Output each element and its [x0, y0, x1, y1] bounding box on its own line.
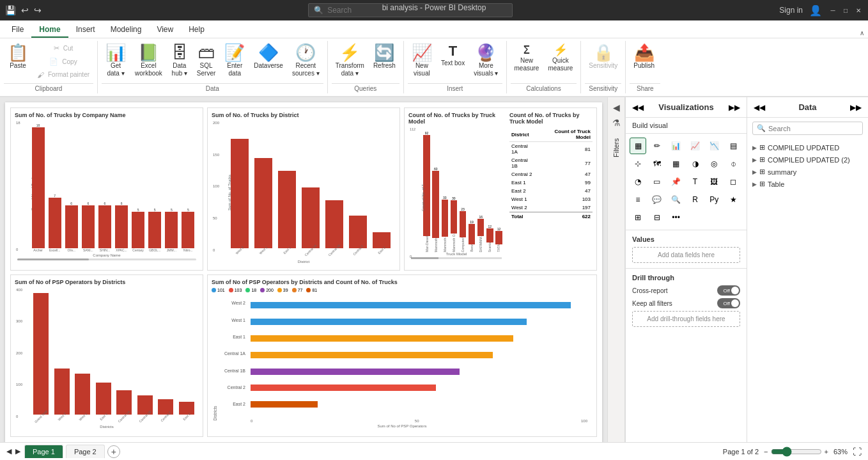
viz-icon-bar[interactable]: 📊 [668, 138, 685, 154]
viz-icon-map[interactable]: 🗺 [649, 155, 665, 172]
viz-icon-text[interactable]: T [687, 173, 704, 190]
viz-icon-treemap[interactable]: ▦ [668, 155, 685, 172]
data-hub-button[interactable]: 🗄 Datahub ▾ [167, 42, 192, 79]
more-visuals-button[interactable]: 🔮 Morevisuals ▾ [470, 42, 502, 79]
chart-truck-model-table[interactable]: Count of No. of Trucks by Truck Model Co… [404, 107, 597, 271]
viz-icon-custom2[interactable]: ⊟ [649, 209, 665, 226]
paste-button[interactable]: 📋 Paste [4, 42, 32, 72]
tree-item-compiled-updated[interactable]: ▶ ⊞ COMPILED UPDATED [747, 141, 868, 154]
new-measure-button[interactable]: Ʃ Newmeasure [511, 42, 543, 74]
viz-icon-scatter[interactable]: ⊹ [630, 155, 646, 172]
ribbon-group-clipboard: 📋 Paste ✂Cut 📄Copy 🖌Format painter Clipb… [0, 41, 98, 93]
chart1-x-label: Company Name [15, 253, 199, 257]
page-nav-next[interactable]: ▶ [15, 447, 20, 456]
minimize-button[interactable]: ─ [828, 6, 837, 15]
viz-icon-gauge[interactable]: ◔ [630, 173, 646, 190]
cross-report-toggle[interactable]: Off [717, 285, 740, 296]
redo-icon[interactable]: ↪ [34, 5, 42, 15]
refresh-button[interactable]: 🔄 Refresh [369, 42, 399, 72]
viz-icon-table[interactable]: ▦ [630, 138, 646, 154]
viz-panel-left-arrow[interactable]: ◀◀ [632, 103, 644, 112]
viz-icon-pencil[interactable]: ✏ [649, 138, 665, 154]
zoom-slider[interactable] [771, 447, 822, 457]
text-box-button[interactable]: T Text box [437, 42, 469, 69]
ribbon-tabs: File Home Insert Modeling View Help ∧ [0, 20, 868, 38]
tab-home[interactable]: Home [31, 22, 68, 38]
viz-icon-card[interactable]: ▭ [649, 173, 665, 190]
ribbon-collapse-btn[interactable]: ∧ [860, 29, 864, 36]
filters-funnel-icon: ⚗ [612, 118, 621, 128]
data-panel-right-arrow[interactable]: ▶▶ [850, 103, 862, 112]
viz-icon-donut[interactable]: ◎ [706, 155, 722, 172]
data-search-bar[interactable]: 🔍 [752, 122, 863, 135]
viz-icon-more[interactable]: ••• [668, 209, 685, 226]
add-data-fields-box[interactable]: Add data fields here [632, 247, 740, 263]
viz-icon-custom1[interactable]: ⊞ [630, 209, 646, 226]
data-search-input[interactable] [768, 125, 858, 132]
page-tab-1[interactable]: Page 1 [24, 445, 63, 458]
save-icon[interactable]: 💾 [5, 5, 16, 15]
quick-measure-button[interactable]: ⚡ Quickmeasure [544, 42, 577, 74]
transform-data-button[interactable]: ⚡ Transformdata ▾ [332, 42, 368, 79]
enter-data-button[interactable]: 📝 Enterdata [221, 42, 249, 79]
viz-icon-slicer[interactable]: ≡ [630, 191, 646, 208]
viz-icon-shape[interactable]: ◻ [725, 173, 741, 190]
copy-button[interactable]: 📄Copy [33, 56, 93, 68]
new-visual-button[interactable]: 📈 Newvisual [408, 42, 436, 79]
page-tab-2[interactable]: Page 2 [66, 445, 105, 458]
chart-trucks-by-district[interactable]: Sum of No. of Trucks by District Sum of … [207, 107, 400, 271]
tab-help[interactable]: Help [181, 22, 212, 38]
tree-item-summary[interactable]: ▶ ⊞ summary [747, 166, 868, 178]
viz-icon-decomp[interactable]: 🔍 [668, 191, 685, 208]
maximize-button[interactable]: □ [841, 6, 850, 15]
user-avatar[interactable]: 👤 [809, 4, 822, 17]
bar-archer: 18 Archer [30, 123, 46, 252]
tab-view[interactable]: View [149, 22, 181, 38]
viz-icon-line[interactable]: 📈 [687, 138, 704, 154]
tree-item-table[interactable]: ▶ ⊞ Table [747, 178, 868, 190]
tab-insert[interactable]: Insert [68, 22, 103, 38]
tree-item-compiled-updated-2[interactable]: ▶ ⊞ COMPILED UPDATED (2) [747, 154, 868, 166]
publish-button[interactable]: 📤 Publish [630, 42, 658, 72]
filters-nav-back[interactable]: ◀ [613, 102, 620, 113]
zoom-plus-icon[interactable]: + [825, 448, 828, 456]
zoom-minus-icon[interactable]: − [764, 448, 768, 456]
get-data-button[interactable]: 📊 Getdata ▾ [102, 42, 130, 79]
close-button[interactable]: ✕ [854, 6, 863, 15]
excel-workbook-button[interactable]: 📗 Excelworkbook [131, 42, 166, 79]
title-search-bar[interactable]: 🔍 [308, 3, 513, 17]
viz-icon-area[interactable]: 📉 [706, 138, 722, 154]
viz-icon-qna[interactable]: 💬 [649, 191, 665, 208]
viz-icon-stacked[interactable]: ▤ [725, 138, 741, 154]
format-painter-button[interactable]: 🖌Format painter [33, 69, 93, 81]
chart-psp-by-district[interactable]: Sum of No of PSP Operators by Districts … [10, 274, 203, 438]
sensitivity-button[interactable]: 🔒 Sensitivity [585, 42, 621, 72]
undo-icon[interactable]: ↩ [21, 5, 29, 15]
add-drill-fields-box[interactable]: Add drill-through fields here [632, 311, 740, 327]
sign-in-text[interactable]: Sign in [779, 6, 803, 15]
recent-sources-button[interactable]: 🕐 Recentsources ▾ [288, 42, 323, 79]
chart-psp-horizontal[interactable]: Sum of No of PSP Operators by Districts … [207, 274, 597, 438]
viz-icon-r[interactable]: ★ [725, 191, 741, 208]
dataverse-button[interactable]: 🔷 Dataverse [250, 42, 287, 72]
chart-trucks-by-company[interactable]: Sum of No. of Trucks by Company Name Sum… [10, 107, 203, 271]
add-page-button[interactable]: + [107, 445, 120, 458]
sql-server-button[interactable]: 🗃 SQLServer [193, 42, 219, 79]
fit-page-icon[interactable]: ⛶ [853, 447, 862, 457]
tab-file[interactable]: File [4, 22, 31, 38]
keep-filters-toggle[interactable]: Off [717, 298, 740, 308]
data-panel-left-arrow[interactable]: ◀◀ [754, 103, 765, 112]
viz-icon-python[interactable]: Py [706, 191, 722, 208]
viz-icon-pie[interactable]: ◑ [687, 155, 704, 172]
title-search-input[interactable] [327, 6, 507, 15]
district-table: Count of No. of Trucks by Truck Model Di… [509, 112, 593, 266]
page-nav-prev[interactable]: ◀ [6, 447, 12, 456]
cut-button[interactable]: ✂Cut [33, 42, 93, 54]
tab-modeling[interactable]: Modeling [103, 22, 150, 38]
report-page[interactable]: Sum of No. of Trucks by Company Name Sum… [5, 102, 602, 442]
viz-icon-kpi[interactable]: 📌 [668, 173, 685, 190]
viz-icon-funnel[interactable]: ⌽ [725, 155, 741, 172]
viz-icon-image[interactable]: 🖼 [706, 173, 722, 190]
viz-panel-right-arrow[interactable]: ▶▶ [729, 103, 740, 112]
viz-icon-ribbon[interactable]: R [687, 191, 704, 208]
